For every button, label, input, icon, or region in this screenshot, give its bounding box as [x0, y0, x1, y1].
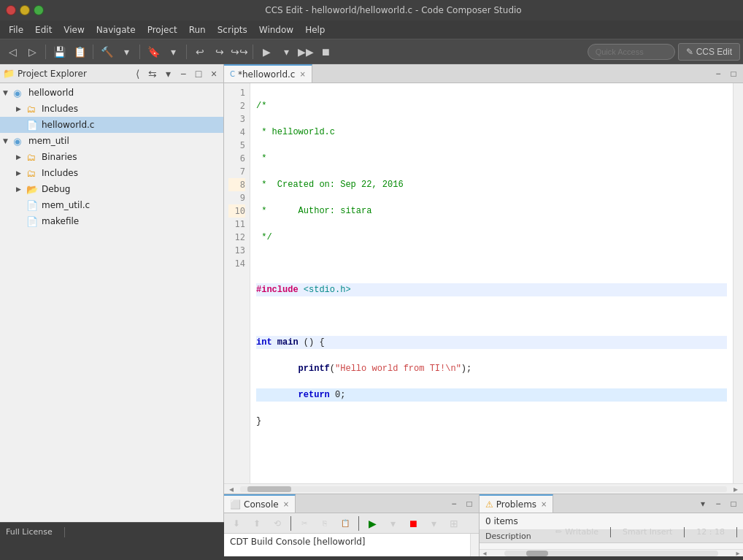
- problems-minimize-btn[interactable]: −: [712, 497, 725, 510]
- tree-item-binaries[interactable]: ▶ 🗂 Binaries: [0, 149, 223, 165]
- bookmark-button[interactable]: 🔖: [144, 43, 163, 61]
- run-button[interactable]: ▶: [257, 43, 276, 61]
- status-writable[interactable]: ✏ Writable: [555, 527, 598, 537]
- forward-button[interactable]: ▷: [23, 43, 42, 61]
- status-insert-mode[interactable]: Smart Insert: [623, 527, 672, 537]
- tab-close-button[interactable]: ×: [299, 70, 305, 78]
- collapse-all-button[interactable]: ⟨: [131, 67, 144, 80]
- menu-help[interactable]: Help: [299, 23, 331, 37]
- console-tab-label: Console: [244, 499, 279, 510]
- save-button[interactable]: 💾: [50, 43, 69, 61]
- close-button[interactable]: [6, 5, 16, 15]
- build-dropdown[interactable]: ▾: [117, 43, 136, 61]
- status-position-text: 12 : 18: [696, 527, 725, 537]
- problems-tab[interactable]: ⚠ Problems ×: [480, 494, 553, 513]
- console-copy-btn[interactable]: ⎘: [315, 515, 334, 532]
- expand-icon-bin: ▶: [16, 153, 26, 161]
- editor-maximize-btn[interactable]: □: [727, 67, 740, 80]
- redo2-button[interactable]: ↪↪: [230, 43, 249, 61]
- tree-item-helloworld[interactable]: ▼ ◉ helloworld: [0, 85, 223, 101]
- console-minimize-btn[interactable]: −: [447, 497, 461, 510]
- editor-tab-helloworld-c[interactable]: C *helloworld.c ×: [224, 64, 312, 83]
- undo-button[interactable]: ↩: [190, 43, 209, 61]
- menu-view[interactable]: View: [58, 23, 90, 37]
- stop-button[interactable]: ⏹: [316, 43, 335, 61]
- problems-tab-close[interactable]: ×: [541, 500, 547, 508]
- menu-window[interactable]: Window: [253, 23, 299, 37]
- console-run-btn[interactable]: ▶: [363, 515, 382, 532]
- code-content[interactable]: /* * helloworld.c * * Created on: Sep 22…: [250, 83, 733, 483]
- run-dropdown[interactable]: ▾: [277, 43, 296, 61]
- status-license: Full License: [6, 527, 53, 537]
- menu-file[interactable]: File: [3, 23, 29, 37]
- console-tab[interactable]: ⬜ Console ×: [224, 494, 296, 513]
- scroll-right-btn[interactable]: ▸: [728, 484, 743, 494]
- bookmark-dropdown[interactable]: ▾: [163, 43, 182, 61]
- console-scroll-end-btn[interactable]: ⬆: [247, 515, 266, 532]
- problems-scrollbar-h[interactable]: ◂ ▸: [480, 549, 743, 556]
- status-license-text: Full License: [6, 527, 53, 537]
- editor-tab-bar: C *helloworld.c × − □: [224, 64, 743, 83]
- scroll-left-problems[interactable]: ◂: [480, 549, 490, 557]
- tree-item-helloworld-c[interactable]: 📄 helloworld.c: [0, 117, 223, 133]
- redo-button[interactable]: ↪: [210, 43, 229, 61]
- maximize-panel-button[interactable]: □: [192, 67, 205, 80]
- right-side: C *helloworld.c × − □ 1 2 3 4 5 6 7: [224, 64, 743, 522]
- problems-scroll-thumb[interactable]: [526, 551, 548, 556]
- debug-run-button[interactable]: ▶▶: [296, 43, 315, 61]
- console-paste-btn[interactable]: 📋: [336, 515, 355, 532]
- console-tab-controls: − □: [447, 494, 479, 513]
- console-stop-btn[interactable]: ⏹: [404, 515, 423, 532]
- titlebar: CCS Edit - helloworld/helloworld.c - Cod…: [0, 0, 743, 20]
- problems-maximize-btn[interactable]: □: [727, 497, 740, 510]
- back-button[interactable]: ◁: [3, 43, 22, 61]
- tree-item-makefile[interactable]: 📄 makefile: [0, 213, 223, 229]
- close-panel-button[interactable]: ×: [207, 67, 220, 80]
- build-button[interactable]: 🔨: [97, 43, 116, 61]
- console-maximize-btn[interactable]: □: [463, 497, 476, 510]
- scroll-left-btn[interactable]: ◂: [224, 484, 239, 494]
- tree-item-mem-util-c[interactable]: 📄 mem_util.c: [0, 197, 223, 213]
- maximize-button[interactable]: [34, 5, 44, 15]
- problems-view-menu-btn[interactable]: ▾: [696, 497, 709, 510]
- main-layout: 📁 Project Explorer ⟨ ⇆ ▾ − □ × ▼ ◉ hello…: [0, 64, 743, 522]
- console-clear-btn[interactable]: ⟲: [268, 515, 287, 532]
- status-sep-4: [736, 527, 737, 537]
- console-text: CDT Build Console [helloworld]: [230, 537, 366, 547]
- console-run-dropdown[interactable]: ▾: [383, 515, 402, 532]
- tree-item-mem-util[interactable]: ▼ ◉ mem_util: [0, 133, 223, 149]
- console-scrollbar-v[interactable]: [470, 534, 479, 556]
- menu-project[interactable]: Project: [142, 23, 183, 37]
- console-stop-dropdown[interactable]: ▾: [424, 515, 443, 532]
- code-line-2: * helloworld.c: [256, 126, 727, 139]
- editor-scrollbar-v[interactable]: [733, 83, 743, 483]
- scroll-right-problems[interactable]: ▸: [733, 549, 743, 557]
- minimize-button[interactable]: [20, 5, 30, 15]
- console-cut-btn[interactable]: ✂: [295, 515, 314, 532]
- editor-scrollbar-h[interactable]: ◂ ▸: [224, 483, 743, 494]
- menu-run[interactable]: Run: [183, 23, 212, 37]
- editor-tab-controls: − □: [712, 64, 743, 83]
- console-tab-close[interactable]: ×: [283, 500, 289, 508]
- tree-item-debug[interactable]: ▶ 📂 Debug: [0, 181, 223, 197]
- file-icon-mc: 📄: [26, 200, 39, 211]
- minimize-panel-button[interactable]: −: [177, 67, 190, 80]
- scroll-thumb-h[interactable]: [247, 486, 291, 492]
- console-content-area[interactable]: CDT Build Console [helloworld]: [224, 534, 470, 556]
- quick-access-input[interactable]: [588, 44, 675, 60]
- editor-minimize-btn[interactable]: −: [712, 67, 725, 80]
- console-new-btn[interactable]: ⊞: [444, 515, 463, 532]
- menu-navigate[interactable]: Navigate: [91, 23, 142, 37]
- tree-item-includes2[interactable]: ▶ 🗂 Includes: [0, 165, 223, 181]
- binaries-icon: 🗂: [26, 152, 39, 163]
- code-line-14: [256, 441, 727, 454]
- console-scroll-lock-btn[interactable]: ⬇: [227, 515, 246, 532]
- ccs-edit-button[interactable]: ✎ CCS Edit: [678, 43, 740, 61]
- link-editor-button[interactable]: ⇆: [146, 67, 159, 80]
- view-menu-button[interactable]: ▾: [161, 67, 174, 80]
- save-copy-button[interactable]: 📋: [70, 43, 89, 61]
- tree-item-includes[interactable]: ▶ 🗂 Includes: [0, 101, 223, 117]
- line-num-8: 8: [228, 178, 245, 191]
- menu-scripts[interactable]: Scripts: [212, 23, 253, 37]
- menu-edit[interactable]: Edit: [29, 23, 58, 37]
